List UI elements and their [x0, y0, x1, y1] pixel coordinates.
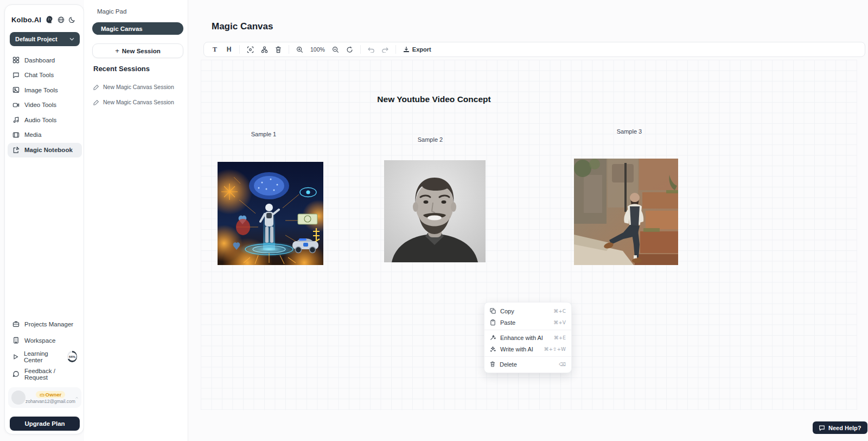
play-icon	[12, 354, 19, 360]
shortcut-hint: ⌘+E	[554, 335, 566, 341]
sample-image-portrait[interactable]	[384, 160, 486, 262]
toolbar-divider	[239, 45, 240, 54]
context-menu-label: Delete	[500, 361, 517, 368]
sidebar-item-audio-tools[interactable]: Audio Tools	[8, 112, 82, 127]
copy-icon	[490, 308, 496, 314]
building-icon	[12, 337, 20, 344]
sidebar-item-media[interactable]: Media	[8, 128, 82, 142]
tab-magic-canvas-label: Magic Canvas	[101, 26, 143, 32]
context-menu-label: Write with AI	[500, 346, 533, 352]
redo-button[interactable]	[379, 43, 392, 55]
feedback-bubble-icon	[12, 370, 20, 377]
session-label: New Magic Canvas Session	[103, 84, 174, 90]
context-menu-divider	[484, 330, 571, 330]
video-camera-icon	[12, 102, 20, 109]
context-menu-item-write-with-ai[interactable]: Write with AI ⌘+⇧+W	[484, 343, 571, 355]
dark-mode-moon-icon[interactable]	[68, 16, 75, 23]
context-menu: Copy ⌘+C Paste ⌘+V Enhance with AI ⌘+E W…	[484, 302, 572, 373]
tab-magic-canvas[interactable]: Magic Canvas	[92, 22, 183, 35]
context-menu-item-paste[interactable]: Paste ⌘+V	[484, 317, 571, 328]
briefcase-icon	[12, 320, 20, 327]
sidebar-item-projects-manager[interactable]: Projects Manager	[8, 317, 82, 331]
sessions-panel: Magic Pad Magic Canvas + New Session Rec…	[84, 0, 188, 441]
zoom-in-button[interactable]	[293, 43, 306, 55]
brand-name: Kolbo.AI	[11, 16, 41, 24]
shortcut-hint: ⌘+V	[553, 320, 566, 325]
flow-node-tool-button[interactable]	[258, 43, 271, 55]
dashboard-grid-icon	[12, 56, 20, 64]
language-globe-icon[interactable]	[58, 16, 65, 23]
session-list-item[interactable]: New Magic Canvas Session	[93, 81, 183, 92]
reset-rotate-icon	[346, 46, 353, 53]
sidebar-item-label: Chat Tools	[24, 72, 54, 78]
sidebar-item-learning-center[interactable]: Learning Center 66%	[8, 349, 82, 364]
shortcut-hint: ⌘+⇧+W	[544, 346, 566, 352]
sample-image-ai-robot[interactable]	[218, 162, 323, 265]
sample-image-man-on-ruins[interactable]	[574, 159, 678, 265]
sidebar-item-label: Image Tools	[24, 87, 58, 93]
profile-card[interactable]: Owner zoharvan12@gmail.com	[8, 387, 81, 408]
avatar	[11, 390, 25, 405]
undo-button[interactable]	[365, 43, 378, 55]
sidebar-item-magic-notebook[interactable]: Magic Notebook	[8, 143, 82, 158]
undo-icon	[367, 47, 375, 53]
sample-2-label[interactable]: Sample 2	[409, 136, 452, 143]
pencil-icon	[93, 84, 99, 90]
learning-progress-value: 66%	[68, 352, 76, 361]
new-session-label: New Session	[122, 48, 161, 54]
sidebar-item-label: Dashboard	[24, 57, 55, 64]
shortcut-hint: ⌫	[559, 362, 566, 367]
pencil-icon	[93, 99, 99, 105]
reset-view-button[interactable]	[343, 43, 356, 55]
context-menu-item-delete[interactable]: Delete ⌫	[484, 358, 571, 370]
heading-tool-button[interactable]: H	[222, 43, 235, 55]
trash-icon	[275, 46, 282, 53]
sidebar-item-image-tools[interactable]: Image Tools	[8, 83, 82, 97]
canvas-text-block[interactable]: New Youtube Video Concept	[347, 94, 521, 104]
sidebar: Kolbo.AI Default Project Dashboard Chat …	[4, 4, 84, 434]
sample-3-label[interactable]: Sample 3	[608, 128, 651, 135]
plus-icon: +	[115, 47, 119, 55]
brand-logo: Kolbo.AI	[11, 14, 78, 26]
export-label: Export	[412, 46, 431, 53]
help-chat-icon	[819, 425, 825, 431]
sidebar-item-video-tools[interactable]: Video Tools	[8, 98, 82, 112]
sidebar-item-feedback-request[interactable]: Feedback / Request	[8, 367, 82, 381]
page-title: Magic Canvas	[212, 21, 273, 32]
sidebar-item-chat-tools[interactable]: Chat Tools	[8, 68, 82, 83]
text-tool-button[interactable]: T	[208, 43, 221, 55]
session-list-item[interactable]: New Magic Canvas Session	[93, 97, 183, 108]
chevron-down-icon	[69, 37, 74, 41]
sidebar-item-label: Feedback / Request	[24, 368, 77, 381]
ai-capture-tool-button[interactable]	[244, 43, 257, 55]
sparkles-icon	[490, 346, 496, 352]
sidebar-item-dashboard[interactable]: Dashboard	[8, 53, 82, 67]
project-selector[interactable]: Default Project	[10, 32, 80, 46]
zoom-out-button[interactable]	[329, 43, 342, 55]
brain-head-icon	[45, 15, 54, 24]
crown-icon	[40, 393, 44, 397]
sidebar-item-label: Magic Notebook	[24, 147, 73, 153]
sidebar-item-label: Media	[24, 131, 41, 138]
download-icon	[403, 46, 410, 53]
context-menu-divider	[484, 356, 571, 357]
learning-progress-ring: 66%	[67, 351, 77, 362]
sidebar-item-label: Video Tools	[24, 102, 56, 108]
delete-tool-button[interactable]	[272, 43, 285, 55]
new-session-button[interactable]: + New Session	[92, 43, 183, 58]
user-email: zoharvan12@gmail.com	[25, 399, 75, 404]
zoom-out-icon	[332, 46, 339, 53]
notebook-pen-icon	[12, 147, 20, 154]
export-button[interactable]: Export	[400, 46, 435, 53]
zoom-level: 100%	[307, 46, 328, 53]
sidebar-item-label: Projects Manager	[24, 321, 73, 327]
sidebar-item-workspace[interactable]: Workspace	[8, 333, 82, 348]
need-help-button[interactable]: Need Help?	[813, 421, 867, 434]
upgrade-plan-button[interactable]: Upgrade Plan	[10, 417, 80, 431]
context-menu-item-enhance-with-ai[interactable]: Enhance with AI ⌘+E	[484, 332, 571, 343]
tab-magic-pad[interactable]: Magic Pad	[97, 8, 126, 15]
media-library-icon	[12, 131, 20, 138]
chat-bubble-icon	[12, 72, 20, 79]
sample-1-label[interactable]: Sample 1	[242, 131, 285, 137]
context-menu-item-copy[interactable]: Copy ⌘+C	[484, 305, 571, 317]
